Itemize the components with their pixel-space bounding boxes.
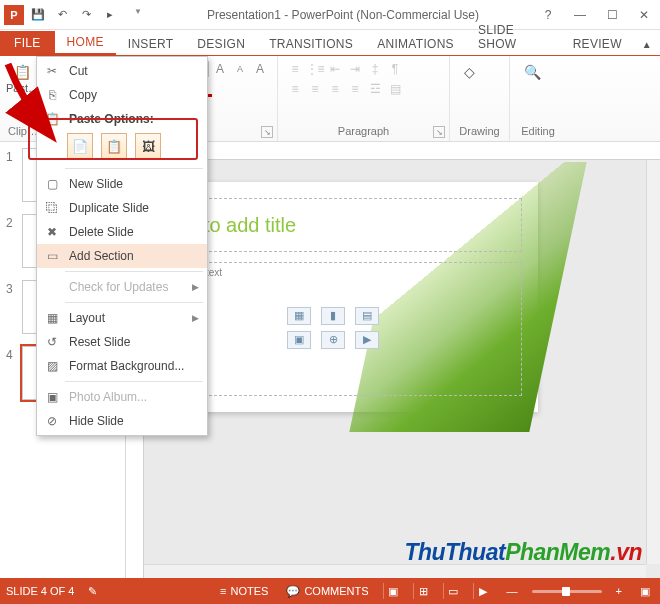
cut-icon: ✂ <box>43 63 61 79</box>
normal-view-button[interactable]: ▣ <box>383 583 403 599</box>
bullets-button[interactable]: ≡ <box>286 60 304 78</box>
insert-smartart-icon[interactable]: ▤ <box>355 307 379 325</box>
app-icon: P <box>4 5 24 25</box>
paste-option-theme[interactable]: 📄 <box>67 133 93 159</box>
insert-table-icon[interactable]: ▦ <box>287 307 311 325</box>
paste-option-picture[interactable]: 🖼 <box>135 133 161 159</box>
columns-button[interactable]: ☲ <box>366 80 384 98</box>
group-clipboard-label: Clip… <box>8 125 37 139</box>
justify-button[interactable]: ≡ <box>346 80 364 98</box>
ctx-duplicate-slide[interactable]: ⿻Duplicate Slide <box>37 196 207 220</box>
ctx-cut-label: Cut <box>69 64 199 78</box>
hide-icon: ⊘ <box>43 413 61 429</box>
notes-button[interactable]: ≡ NOTES <box>216 585 272 597</box>
paste-options-row: 📄 📋 🖼 <box>37 131 207 165</box>
comments-button[interactable]: 💬 COMMENTS <box>282 585 372 598</box>
ctx-copy[interactable]: ⎘Copy <box>37 83 207 107</box>
delete-icon: ✖ <box>43 224 61 240</box>
undo-button[interactable]: ↶ <box>54 7 70 23</box>
maximize-button[interactable]: ☐ <box>600 5 624 25</box>
start-slideshow-button[interactable]: ▸ <box>102 7 118 23</box>
ctx-delete-slide[interactable]: ✖Delete Slide <box>37 220 207 244</box>
ctx-hide-slide[interactable]: ⊘Hide Slide <box>37 409 207 433</box>
ctx-hide-label: Hide Slide <box>69 414 199 428</box>
insert-picture-icon[interactable]: ▣ <box>287 331 311 349</box>
tab-animations[interactable]: ANIMATIONS <box>365 32 466 55</box>
minimize-button[interactable]: — <box>568 5 592 25</box>
increase-indent-button[interactable]: ⇥ <box>346 60 364 78</box>
photo-album-icon: ▣ <box>43 389 61 405</box>
ctx-delete-label: Delete Slide <box>69 225 199 239</box>
align-left-button[interactable]: ≡ <box>286 80 304 98</box>
group-paragraph: ≡ ⋮≡ ⇤ ⇥ ‡ ¶ ≡ ≡ ≡ ≡ ☲ ▤ Paragraph ↘ <box>278 56 450 141</box>
thumb-number: 4 <box>6 346 16 362</box>
editing-button[interactable]: 🔍 <box>518 60 547 84</box>
ctx-separator <box>65 302 203 303</box>
paste-option-source[interactable]: 📋 <box>101 133 127 159</box>
context-menu: ✂Cut ⎘Copy 📋Paste Options: 📄 📋 🖼 ▢New Sl… <box>36 56 208 436</box>
group-drawing: ◇ Drawing <box>450 56 510 141</box>
paste-label: Past… <box>6 82 39 94</box>
ctx-add-section[interactable]: ▭Add Section <box>37 244 207 268</box>
drawing-button[interactable]: ◇ <box>458 60 481 84</box>
canvas[interactable]: Click to add title Click to add text ▦ ▮… <box>144 160 660 564</box>
tab-review[interactable]: REVIEW <box>561 32 634 55</box>
reading-view-button[interactable]: ▭ <box>443 583 463 599</box>
tab-file[interactable]: FILE <box>0 31 55 55</box>
fit-to-window-button[interactable]: ▣ <box>636 585 654 598</box>
sorter-view-button[interactable]: ⊞ <box>413 583 433 599</box>
slide-counter: SLIDE 4 OF 4 <box>6 585 74 597</box>
insert-online-picture-icon[interactable]: ⊕ <box>321 331 345 349</box>
zoom-in-button[interactable]: + <box>612 585 626 597</box>
line-spacing-button[interactable]: ‡ <box>366 60 384 78</box>
paste-button[interactable]: 📋Past… <box>8 60 37 98</box>
decrease-font-button[interactable]: A <box>231 60 249 78</box>
font-launcher[interactable]: ↘ <box>261 126 273 138</box>
increase-font-button[interactable]: A <box>211 60 229 78</box>
clear-format-button[interactable]: A <box>251 60 269 78</box>
group-drawing-label: Drawing <box>458 125 501 139</box>
align-center-button[interactable]: ≡ <box>306 80 324 98</box>
qat-dropdown-icon[interactable]: ▼ <box>134 7 142 23</box>
zoom-thumb[interactable] <box>562 587 570 596</box>
title-bar: P 💾 ↶ ↷ ▸ ▼ Presentation1 - PowerPoint (… <box>0 0 660 30</box>
vertical-scrollbar[interactable] <box>646 160 660 564</box>
redo-button[interactable]: ↷ <box>78 7 94 23</box>
layout-icon: ▦ <box>43 310 61 326</box>
tab-home[interactable]: HOME <box>55 30 116 55</box>
ctx-format-background[interactable]: ▨Format Background... <box>37 354 207 378</box>
insert-chart-icon[interactable]: ▮ <box>321 307 345 325</box>
save-button[interactable]: 💾 <box>30 7 46 23</box>
close-button[interactable]: ✕ <box>632 5 656 25</box>
smartart-button[interactable]: ▤ <box>386 80 404 98</box>
reset-icon: ↺ <box>43 334 61 350</box>
ctx-paste-options-header: 📋Paste Options: <box>37 107 207 131</box>
text-direction-button[interactable]: ¶ <box>386 60 404 78</box>
zoom-out-button[interactable]: — <box>503 585 522 597</box>
ctx-reset-slide[interactable]: ↺Reset Slide <box>37 330 207 354</box>
tab-design[interactable]: DESIGN <box>185 32 257 55</box>
numbering-button[interactable]: ⋮≡ <box>306 60 324 78</box>
language-button[interactable]: ✎ <box>84 585 105 598</box>
tab-slideshow[interactable]: SLIDE SHOW <box>466 18 561 55</box>
collapse-ribbon-button[interactable]: ▲ <box>634 34 660 55</box>
tab-transitions[interactable]: TRANSITIONS <box>257 32 365 55</box>
ctx-cut[interactable]: ✂Cut <box>37 59 207 83</box>
zoom-slider[interactable] <box>532 590 602 593</box>
decrease-indent-button[interactable]: ⇤ <box>326 60 344 78</box>
ctx-layout[interactable]: ▦Layout▶ <box>37 306 207 330</box>
slideshow-view-button[interactable]: ▶ <box>473 583 493 599</box>
horizontal-scrollbar[interactable] <box>144 564 646 578</box>
new-slide-icon: ▢ <box>43 176 61 192</box>
ctx-add-section-label: Add Section <box>69 249 199 263</box>
ctx-updates-label: Check for Updates <box>69 280 184 294</box>
ctx-new-slide[interactable]: ▢New Slide <box>37 172 207 196</box>
align-right-button[interactable]: ≡ <box>326 80 344 98</box>
ctx-check-updates: Check for Updates▶ <box>37 275 207 299</box>
paragraph-launcher[interactable]: ↘ <box>433 126 445 138</box>
tab-insert[interactable]: INSERT <box>116 32 186 55</box>
insert-video-icon[interactable]: ▶ <box>355 331 379 349</box>
thumb-number: 2 <box>6 214 16 230</box>
horizontal-ruler[interactable] <box>144 142 660 160</box>
copy-icon: ⎘ <box>43 87 61 103</box>
